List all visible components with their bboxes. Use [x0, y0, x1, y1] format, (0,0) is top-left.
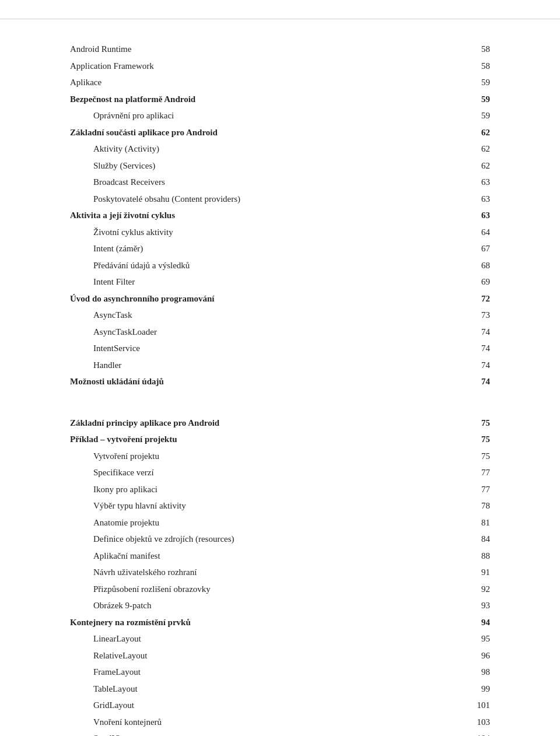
toc-label: Definice objektů ve zdrojích (resources) [93, 532, 235, 546]
toc-label: Aktivity (Activity) [93, 142, 159, 156]
toc-label: Broadcast Receivers [93, 176, 165, 189]
toc-entry: ScrolView104 [70, 732, 490, 736]
toc-dots [144, 351, 472, 351]
page: Android Runtime58Application Framework58… [0, 0, 560, 736]
toc-entry: TableLayout99 [70, 682, 490, 696]
toc-page-number: 63 [481, 209, 490, 222]
toc-dots [223, 425, 472, 426]
toc-entry: Vytvoření projektu75 [70, 450, 490, 463]
toc-page-number: 58 [481, 59, 490, 73]
toc-entry: Aplikační manifest88 [70, 549, 490, 563]
toc-page-number: 74 [481, 342, 490, 355]
toc-entry: Výběr typu hlavní aktivity78 [70, 499, 490, 513]
toc-label: Obrázek 9-patch [93, 599, 152, 612]
toc-page-number: 59 [481, 109, 490, 122]
toc-entry: Intent Filter69 [70, 275, 490, 289]
toc-label: Ikony pro aplikaci [93, 483, 158, 496]
toc-label: Předávání údajů a výsledků [93, 259, 190, 272]
toc-entry: Ikony pro aplikaci77 [70, 483, 490, 496]
toc-entry: Kontejnery na rozmístění prvků94 [70, 616, 490, 629]
toc-entry: AsyncTaskLoader74 [70, 325, 490, 339]
toc-entry: Poskytovatelé obsahu (Content providers)… [70, 192, 490, 206]
toc-label: Specifikace verzí [93, 466, 154, 479]
toc-dots [218, 301, 472, 302]
toc-entries-2: Základní principy aplikace pro Android75… [70, 416, 490, 737]
toc-entry: Handler74 [70, 359, 490, 372]
toc-dots [238, 541, 472, 542]
toc-dots [244, 201, 472, 202]
toc-dots [105, 85, 472, 85]
toc-entry: Aktivity (Activity)62 [70, 142, 490, 156]
toc-page-number: 92 [481, 583, 490, 596]
toc-dots [155, 608, 472, 608]
toc-label: Vnoření kontejnerů [93, 716, 162, 729]
toc-page-number: 96 [481, 649, 490, 663]
toc-page-number: 93 [481, 599, 490, 612]
toc-entry: Možnosti ukládání údajů74 [70, 375, 490, 388]
toc-dots [200, 574, 472, 575]
toc-entry: Životní cyklus aktivity64 [70, 226, 490, 239]
toc-entry: IntentService74 [70, 342, 490, 355]
toc-entry: Předávání údajů a výsledků68 [70, 259, 490, 272]
toc-entry: Služby (Services)62 [70, 159, 490, 173]
toc-label: Služby (Services) [93, 159, 155, 173]
toc-label: Návrh uživatelského rozhraní [93, 566, 197, 579]
toc-dots [138, 284, 472, 285]
toc-dots [144, 674, 472, 675]
toc-dots [177, 118, 472, 118]
toc-dots [141, 691, 472, 692]
toc-dots [177, 234, 472, 235]
toc-dots [164, 558, 472, 559]
toc-label: TableLayout [93, 682, 138, 696]
toc-dots [193, 268, 472, 268]
toc-dots [160, 334, 472, 335]
toc-page-number: 77 [481, 483, 490, 496]
toc-dots [194, 625, 472, 625]
toc-page-number: 74 [481, 325, 490, 339]
toc-label: Základní součásti aplikace pro Android [70, 126, 218, 139]
toc-dots [125, 367, 472, 368]
toc-page-number: 91 [481, 566, 490, 579]
toc-content: Android Runtime58Application Framework58… [0, 19, 560, 736]
toc-label: RelativeLayout [93, 649, 147, 663]
toc-page-number: 59 [481, 76, 490, 89]
toc-label: Přizpůsobení rozlišení obrazovky [93, 583, 211, 596]
toc-page-number: 63 [481, 192, 490, 206]
toc-entry: Bezpečnost na platformě Android59 [70, 93, 490, 106]
toc-label: Vytvoření projektu [93, 450, 159, 463]
toc-dots [214, 591, 472, 592]
toc-entry: RelativeLayout96 [70, 649, 490, 663]
toc-label: ScrolView [93, 732, 130, 736]
toc-page-number: 99 [481, 682, 490, 696]
toc-page-number: 63 [481, 176, 490, 189]
toc-entry: Definice objektů ve zdrojích (resources)… [70, 532, 490, 546]
toc-label: Úvod do asynchronního programování [70, 292, 214, 306]
toc-dots [158, 68, 472, 69]
toc-page-number: 68 [481, 259, 490, 272]
toc-dots [199, 101, 472, 102]
toc-label: FrameLayout [93, 665, 141, 679]
toc-dots [158, 475, 472, 475]
toc-page-number: 62 [481, 159, 490, 173]
toc-entry: Intent (záměr)67 [70, 242, 490, 255]
toc-entry: Aplikace59 [70, 76, 490, 89]
toc-page-number: 77 [481, 466, 490, 479]
toc-page-number: 58 [481, 43, 490, 56]
toc-page-number: 73 [481, 309, 490, 322]
toc-label: AsyncTask [93, 309, 132, 322]
toc-entries: Android Runtime58Application Framework58… [70, 43, 490, 388]
toc-label: Intent Filter [93, 275, 135, 289]
toc-entry: Aktivita a její životní cyklus63 [70, 209, 490, 222]
toc-dots [221, 135, 472, 135]
toc-dots [167, 384, 472, 384]
toc-dots [161, 492, 472, 492]
toc-label: Poskytovatelé obsahu (Content providers) [93, 192, 240, 206]
toc-page-number: 104 [477, 732, 491, 736]
toc-dots [163, 458, 472, 459]
toc-entry: Specifikace verzí77 [70, 466, 490, 479]
toc-label: Anatomie projektu [93, 516, 159, 530]
toc-page-number: 75 [481, 416, 490, 430]
toc-page-number: 69 [481, 275, 490, 289]
toc-dots [165, 724, 467, 725]
toc-entry: Úvod do asynchronního programování72 [70, 292, 490, 306]
